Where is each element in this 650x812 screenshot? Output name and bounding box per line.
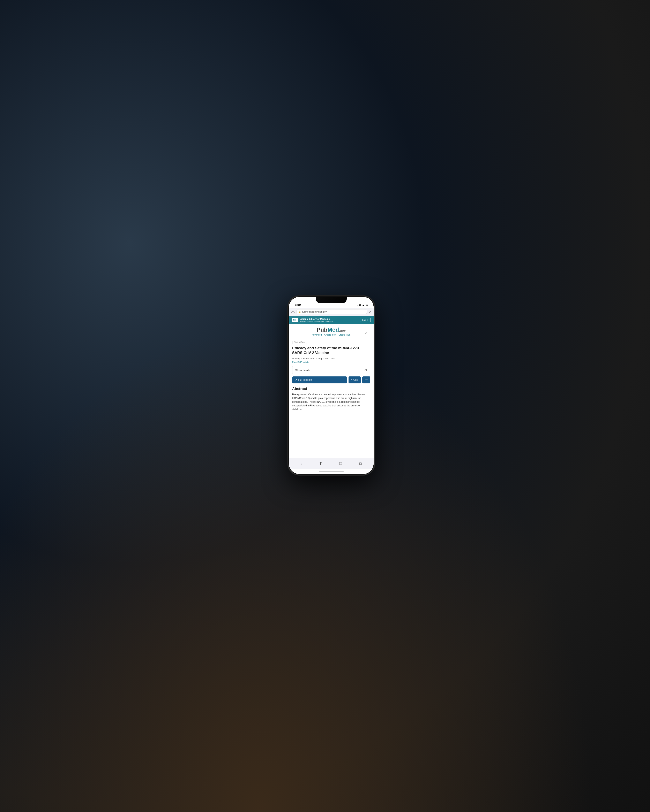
- signal-bar-4: [361, 304, 361, 306]
- article-meta: Lindsey R Baden et al. N Engl J Med. 202…: [292, 357, 370, 360]
- article-year: 2021.: [330, 357, 336, 360]
- url-text: pubmed.ncbi.nlm.nih.gov: [302, 310, 327, 313]
- phone-wrapper: 8:50 ▲ ▭ AA: [288, 296, 375, 475]
- nih-logo: NIH: [292, 318, 298, 322]
- cite-quote-icon: ": [352, 379, 352, 381]
- home-indicator: [289, 469, 373, 474]
- nih-org-name: National Library of Medicine: [300, 318, 333, 321]
- abstract-section: Abstract Background: Vaccines are needed…: [292, 387, 370, 411]
- lock-icon: 🔒: [298, 311, 301, 313]
- nih-org-sub: National Center for Biotechnology Inform…: [300, 321, 333, 322]
- search-icon[interactable]: ⌕: [364, 330, 367, 334]
- home-bar: [319, 471, 344, 472]
- abstract-title: Abstract: [292, 387, 370, 391]
- phone-inner: 8:50 ▲ ▭ AA: [289, 297, 373, 474]
- bookmarks-button[interactable]: □: [339, 460, 343, 467]
- phone-screen: 8:50 ▲ ▭ AA: [289, 297, 373, 474]
- article-authors: Lindsey R Baden et al.: [292, 357, 315, 360]
- article-content: Clinical Trial Efficacy and Safety of th…: [289, 338, 373, 414]
- signal-bar-2: [359, 305, 359, 306]
- tabs-button[interactable]: ⧉: [358, 460, 362, 467]
- reload-button[interactable]: ↺: [369, 310, 371, 313]
- phone-device: 8:50 ▲ ▭ AA: [288, 296, 375, 475]
- pubmed-logo: PubMed.gov: [292, 327, 370, 333]
- create-rss-link[interactable]: Create RSS: [338, 334, 350, 336]
- cite-label: Cite: [353, 379, 358, 382]
- pubmed-logo-pub: Pub: [317, 327, 327, 333]
- more-button[interactable]: •••: [362, 376, 370, 383]
- abstract-text: Background: Vaccines are needed to preve…: [292, 393, 370, 411]
- status-time: 8:50: [295, 303, 301, 307]
- wifi-icon: ▲: [362, 304, 364, 307]
- signal-bar-1: [358, 305, 358, 306]
- url-bar[interactable]: 🔒 pubmed.ncbi.nlm.nih.gov: [296, 309, 367, 314]
- nih-header: NIH National Library of Medicine Nationa…: [289, 316, 373, 324]
- advanced-link[interactable]: Advanced: [312, 334, 322, 336]
- pubmed-header-inner: PubMed.gov ⌕: [292, 327, 370, 333]
- action-buttons: ↗ Full text links " Cite •••: [292, 376, 370, 383]
- article-title: Efficacy and Safety of the mRNA-1273 SAR…: [292, 346, 370, 356]
- gear-icon[interactable]: ⚙: [364, 368, 367, 372]
- cite-button[interactable]: " Cite: [349, 376, 361, 383]
- show-details-text: Show details: [295, 369, 310, 372]
- back-button[interactable]: ‹: [300, 460, 303, 467]
- full-text-label: Full text links: [298, 379, 312, 382]
- article-journal: N Engl J Med.: [315, 357, 330, 360]
- free-pmc-label: Free PMC article: [292, 361, 370, 363]
- aa-button[interactable]: AA: [291, 310, 295, 313]
- external-link-icon: ↗: [295, 379, 297, 381]
- create-alert-link[interactable]: Create alert: [324, 334, 336, 336]
- pubmed-nav-links: Advanced Create alert Create RSS: [292, 334, 370, 336]
- signal-bar-3: [359, 304, 360, 306]
- clinical-trial-badge: Clinical Trial: [292, 341, 307, 344]
- battery-icon: ▭: [366, 304, 368, 307]
- pubmed-logo-dotgov: .gov: [339, 329, 346, 332]
- nih-brand-left: NIH National Library of Medicine Nationa…: [292, 318, 333, 322]
- login-button[interactable]: Log in: [360, 318, 371, 322]
- status-icons: ▲ ▭: [358, 304, 368, 307]
- share-button[interactable]: ⬆: [318, 460, 323, 467]
- browser-nav: ‹ ⬆ □ ⧉: [289, 458, 373, 469]
- nih-org-info: National Library of Medicine National Ce…: [300, 318, 333, 322]
- phone-notch: [316, 297, 347, 303]
- browser-bar: AA 🔒 pubmed.ncbi.nlm.nih.gov ↺: [289, 308, 373, 316]
- show-details-bar[interactable]: Show details ⚙: [292, 366, 370, 374]
- content-area[interactable]: PubMed.gov ⌕ Advanced Create alert Creat…: [289, 324, 373, 458]
- signal-bars: [358, 304, 361, 306]
- pubmed-header: PubMed.gov ⌕ Advanced Create alert Creat…: [289, 324, 373, 338]
- pubmed-logo-med: Med: [327, 327, 339, 333]
- background-label: Background:: [292, 393, 307, 396]
- full-text-links-button[interactable]: ↗ Full text links: [292, 376, 347, 383]
